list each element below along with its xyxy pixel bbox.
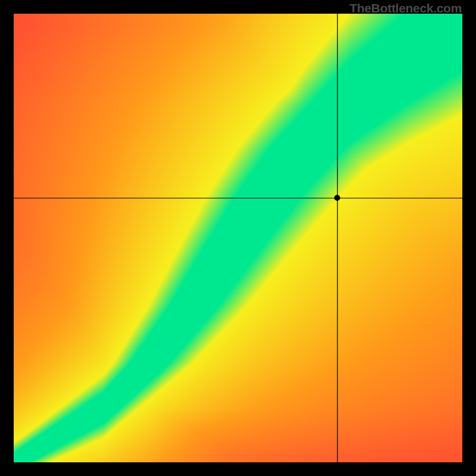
watermark-text: TheBottleneck.com [349,1,462,15]
chart-frame: TheBottleneck.com [0,0,476,476]
bottleneck-heatmap [14,14,462,462]
